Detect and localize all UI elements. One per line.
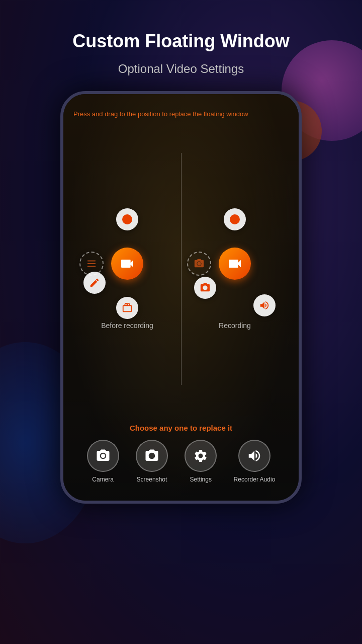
svg-point-4 bbox=[101, 454, 105, 458]
choose-camera-icon-circle[interactable] bbox=[87, 440, 119, 472]
phone-volume-down-button bbox=[60, 230, 62, 260]
photo-icon bbox=[200, 282, 211, 293]
phone-mockup: Press and drag to the position to replac… bbox=[60, 91, 302, 504]
before-recording-menu bbox=[79, 208, 175, 319]
choose-recorder-audio-icon-circle[interactable] bbox=[238, 440, 270, 472]
choose-camera-icon bbox=[96, 448, 111, 463]
choose-screenshot-item[interactable]: Screenshot bbox=[136, 440, 168, 483]
recording-screenshot-button[interactable] bbox=[194, 277, 216, 299]
svg-rect-2 bbox=[87, 266, 96, 267]
section-divider bbox=[181, 153, 182, 384]
phone-power-button bbox=[300, 185, 302, 215]
page-title: Custom Floating Window bbox=[72, 30, 290, 52]
before-tools-button[interactable] bbox=[116, 297, 138, 319]
video-camera-icon bbox=[119, 256, 135, 272]
choose-audio-icon bbox=[247, 448, 262, 463]
floating-window-area: Before recording bbox=[73, 124, 289, 414]
choose-recorder-audio-item[interactable]: Recorder Audio bbox=[234, 440, 276, 483]
list-icon bbox=[86, 258, 97, 269]
volume-icon bbox=[259, 300, 270, 311]
choose-screenshot-icon bbox=[144, 448, 159, 463]
choose-screenshot-label: Screenshot bbox=[137, 476, 167, 483]
before-record-button[interactable] bbox=[116, 208, 138, 230]
record-dot-icon bbox=[122, 214, 132, 224]
before-center-record-button[interactable] bbox=[111, 248, 143, 280]
choose-camera-item[interactable]: Camera bbox=[87, 440, 119, 483]
svg-rect-0 bbox=[87, 261, 96, 262]
before-recording-section: Before recording bbox=[79, 208, 175, 330]
choose-settings-label: Settings bbox=[190, 476, 212, 483]
page-subtitle: Optional Video Settings bbox=[118, 62, 244, 76]
camera-small-icon bbox=[194, 258, 205, 269]
svg-rect-1 bbox=[87, 263, 96, 264]
before-recording-label: Before recording bbox=[101, 321, 153, 330]
choose-camera-label: Camera bbox=[92, 476, 114, 483]
choose-settings-icon-circle[interactable] bbox=[185, 440, 217, 472]
recording-record-button[interactable] bbox=[224, 208, 246, 230]
video-camera-icon-2 bbox=[227, 256, 243, 272]
choose-settings-icon bbox=[193, 448, 208, 463]
record-dot-icon-2 bbox=[230, 214, 240, 224]
page-content: Custom Floating Window Optional Video Se… bbox=[0, 0, 362, 644]
recording-section: Recording bbox=[187, 208, 283, 330]
phone-button-left-1 bbox=[60, 170, 62, 190]
recording-camera-icon[interactable] bbox=[187, 252, 211, 276]
recording-center-button[interactable] bbox=[219, 248, 251, 280]
recording-menu bbox=[187, 208, 283, 319]
choose-text: Choose any one to replace it bbox=[78, 424, 284, 432]
choose-items-container: Camera Screenshot bbox=[78, 440, 284, 483]
toolbox-icon bbox=[122, 302, 133, 313]
svg-point-3 bbox=[197, 262, 201, 265]
choose-section: Choose any one to replace it Camera bbox=[73, 414, 289, 491]
recording-label: Recording bbox=[219, 321, 251, 330]
recording-audio-button[interactable] bbox=[253, 294, 276, 316]
phone-volume-up-button bbox=[60, 195, 62, 225]
phone-content-area: Press and drag to the position to replac… bbox=[63, 94, 299, 501]
instruction-text: Press and drag to the position to replac… bbox=[73, 109, 289, 119]
choose-screenshot-icon-circle[interactable] bbox=[136, 440, 168, 472]
brush-icon bbox=[89, 277, 100, 288]
choose-settings-item[interactable]: Settings bbox=[185, 440, 217, 483]
before-edit-button[interactable] bbox=[83, 272, 106, 294]
phone-screen: Press and drag to the position to replac… bbox=[63, 94, 299, 501]
choose-recorder-audio-label: Recorder Audio bbox=[234, 476, 276, 483]
